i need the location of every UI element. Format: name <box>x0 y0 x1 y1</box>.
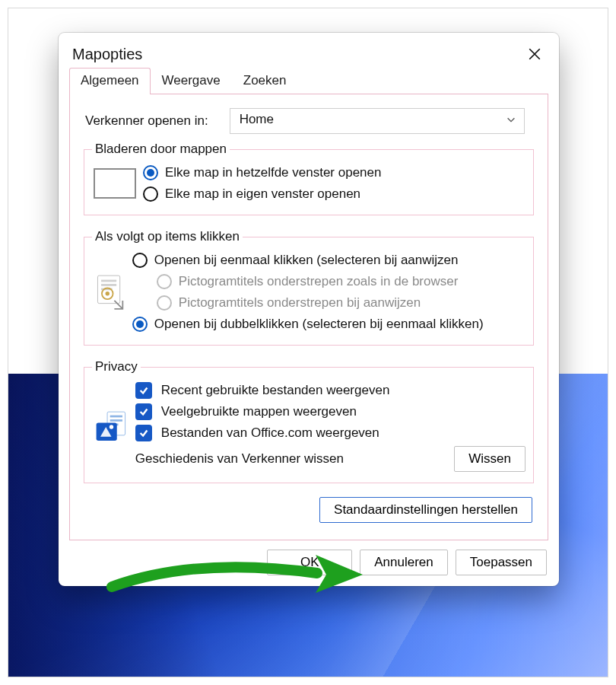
svg-point-13 <box>136 320 144 328</box>
checkbox-recent-files[interactable] <box>135 382 152 399</box>
cancel-button[interactable]: Annuleren <box>360 550 448 575</box>
tab-general[interactable]: Algemeen <box>69 68 151 94</box>
ok-button[interactable]: OK <box>267 550 352 575</box>
svg-point-1 <box>147 169 154 177</box>
open-in-value: Home <box>240 112 274 126</box>
screenshot-frame: Mapopties Algemeen Weergave Zoeken Verke… <box>8 8 608 677</box>
radio-same-window-label: Elke map in hetzelfde venster openen <box>165 165 381 180</box>
tab-search-label: Zoeken <box>243 73 287 88</box>
clear-history-label: Geschiedenis van Verkenner wissen <box>135 451 344 467</box>
group-privacy: Privacy <box>84 359 534 483</box>
single-click-icon <box>94 271 127 314</box>
tab-search[interactable]: Zoeken <box>232 68 298 94</box>
dialog-footer: OK Annuleren Toepassen <box>59 550 559 575</box>
titlebar: Mapopties <box>59 33 559 68</box>
radio-underline-point-label: Pictogramtitels onderstrepen bij aanwijz… <box>179 295 421 311</box>
apply-button-label: Toepassen <box>470 555 532 569</box>
radio-single-click-label: Openen bij eenmaal klikken (selecteren b… <box>154 253 459 268</box>
group-click-items: Als volgt op items klikken <box>84 229 534 346</box>
clear-history-button[interactable]: Wissen <box>454 446 526 472</box>
open-in-label: Verkenner openen in: <box>85 113 208 129</box>
folder-options-dialog: Mapopties Algemeen Weergave Zoeken Verke… <box>59 33 559 586</box>
radio-own-window-label: Elke map in eigen venster openen <box>165 186 360 202</box>
close-icon[interactable] <box>524 43 545 65</box>
checkbox-recent-files-label: Recent gebruikte bestanden weergeven <box>161 383 390 398</box>
window-icon <box>94 168 136 199</box>
svg-rect-16 <box>110 419 122 422</box>
cancel-button-label: Annuleren <box>374 555 433 569</box>
dialog-title: Mapopties <box>72 46 142 63</box>
radio-double-click[interactable] <box>132 316 148 333</box>
svg-point-20 <box>110 425 113 429</box>
svg-rect-15 <box>110 416 122 418</box>
radio-own-window[interactable] <box>142 186 159 202</box>
svg-rect-4 <box>101 280 116 282</box>
restore-defaults-button-label: Standaardinstellingen herstellen <box>334 502 518 517</box>
svg-point-11 <box>157 296 171 310</box>
tab-panel-general: Verkenner openen in: Home Bladeren door … <box>69 94 548 540</box>
radio-underline-browser-label: Pictogramtitels onderstrepen zoals in de… <box>179 274 459 289</box>
group-browse-folders: Bladeren door mappen Elke map in hetzelf… <box>84 142 534 215</box>
checkbox-frequent-folders-label: Veelgebruikte mappen weergeven <box>161 404 357 419</box>
radio-underline-browser <box>156 273 173 290</box>
chevron-down-icon <box>506 113 516 129</box>
clear-history-button-label: Wissen <box>468 451 511 466</box>
checkbox-office-files[interactable] <box>135 425 152 441</box>
open-in-select[interactable]: Home <box>230 108 525 134</box>
svg-point-9 <box>133 253 147 267</box>
radio-underline-point <box>156 295 173 311</box>
svg-point-8 <box>106 292 110 295</box>
group-browse-legend: Bladeren door mappen <box>92 142 230 157</box>
radio-same-window[interactable] <box>142 164 159 181</box>
radio-double-click-label: Openen bij dubbelklikken (selecteren bij… <box>154 317 484 332</box>
svg-rect-5 <box>101 284 116 286</box>
checkbox-office-files-label: Bestanden van Office.com weergeven <box>161 425 379 441</box>
tab-view[interactable]: Weergave <box>151 68 232 94</box>
checkbox-frequent-folders[interactable] <box>135 403 152 420</box>
restore-defaults-button[interactable]: Standaardinstellingen herstellen <box>319 497 532 523</box>
svg-point-10 <box>157 275 171 288</box>
tab-general-label: Algemeen <box>81 73 139 88</box>
group-privacy-legend: Privacy <box>92 359 141 374</box>
ok-button-label: OK <box>300 555 319 569</box>
tab-view-label: Weergave <box>162 73 221 88</box>
svg-point-2 <box>144 187 157 201</box>
group-click-legend: Als volgt op items klikken <box>92 229 243 244</box>
privacy-icon <box>94 406 131 448</box>
tabstrip: Algemeen Weergave Zoeken <box>59 68 559 94</box>
apply-button[interactable]: Toepassen <box>456 550 547 575</box>
radio-single-click[interactable] <box>132 252 148 269</box>
